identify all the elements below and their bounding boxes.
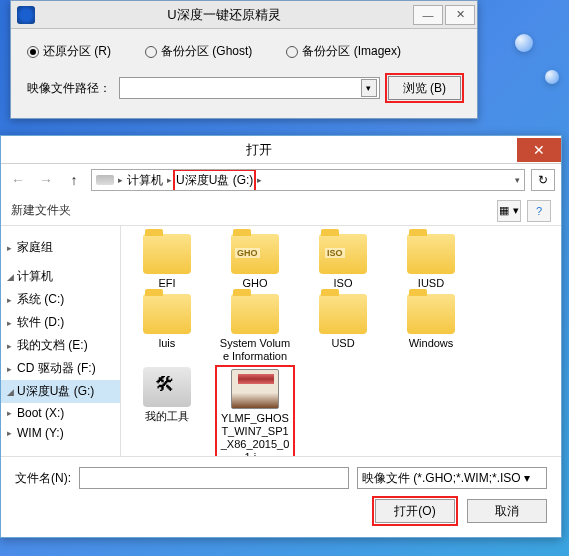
tree-item[interactable]: ▸我的文档 (E:): [1, 334, 120, 357]
open-button[interactable]: 打开(O): [375, 499, 455, 523]
tree-item-label: 计算机: [17, 268, 53, 285]
tree-item[interactable]: ▸Boot (X:): [1, 403, 120, 423]
tree-item-label: 系统 (C:): [17, 291, 64, 308]
mode-radio-group: 还原分区 (R) 备份分区 (Ghost) 备份分区 (Imagex): [27, 43, 461, 60]
file-item[interactable]: Windows: [393, 294, 469, 363]
back-button[interactable]: ←: [7, 169, 29, 191]
chevron-down-icon: ▾: [361, 79, 377, 97]
expand-icon: ▸: [7, 295, 15, 305]
file-item[interactable]: GHO: [217, 234, 293, 290]
forward-button[interactable]: →: [35, 169, 57, 191]
expand-icon: ▸: [7, 408, 15, 418]
tree-item-label: U深度U盘 (G:): [17, 383, 94, 400]
folder-icon: [231, 294, 279, 334]
rar-icon: [231, 369, 279, 409]
filetype-value: 映像文件 (*.GHO;*.WIM;*.ISO ▾: [362, 470, 530, 487]
toolbar: 新建文件夹 ▦ ▾ ?: [1, 196, 561, 226]
file-item[interactable]: 我的工具: [129, 367, 205, 456]
expand-icon: ▸: [7, 341, 15, 351]
file-item[interactable]: luis: [129, 294, 205, 363]
tree-item[interactable]: ▸WIM (Y:): [1, 423, 120, 443]
filetype-combobox[interactable]: 映像文件 (*.GHO;*.WIM;*.ISO ▾: [357, 467, 547, 489]
tree-item-label: 软件 (D:): [17, 314, 64, 331]
file-item[interactable]: YLMF_GHOST_WIN7_SP1_X86_2015_01.i...: [217, 367, 293, 456]
file-label: 我的工具: [145, 410, 189, 423]
close-button[interactable]: ✕: [517, 138, 561, 162]
dialog-title: 打开: [1, 141, 517, 159]
refresh-button[interactable]: ↻: [531, 169, 555, 191]
breadcrumb-segment[interactable]: 计算机: [127, 172, 163, 189]
tree-item[interactable]: ◢U深度U盘 (G:): [1, 380, 120, 403]
file-label: System Volume Information: [217, 337, 293, 363]
chevron-down-icon[interactable]: ▾: [515, 175, 520, 185]
chevron-right-icon: ▸: [118, 175, 123, 185]
folder-icon: [143, 294, 191, 334]
tree-item[interactable]: ▸软件 (D:): [1, 311, 120, 334]
expand-icon: ▸: [7, 364, 15, 374]
image-path-combobox[interactable]: ▾: [119, 77, 380, 99]
open-dialog: 打开 ✕ ← → ↑ ▸ 计算机 ▸ U深度U盘 (G:) ▸ ▾ ↻ 新建文件…: [0, 135, 562, 538]
file-item[interactable]: IUSD: [393, 234, 469, 290]
tree-item-label: CD 驱动器 (F:): [17, 360, 96, 377]
tree-item[interactable]: ▸CD 驱动器 (F:): [1, 357, 120, 380]
titlebar: U深度一键还原精灵 — ✕: [11, 1, 477, 29]
expand-icon: ▸: [7, 318, 15, 328]
help-button[interactable]: ?: [527, 200, 551, 222]
image-path-label: 映像文件路径：: [27, 80, 111, 97]
new-folder-button[interactable]: 新建文件夹: [11, 202, 71, 219]
address-bar[interactable]: ▸ 计算机 ▸ U深度U盘 (G:) ▸ ▾: [91, 169, 525, 191]
address-bar-row: ← → ↑ ▸ 计算机 ▸ U深度U盘 (G:) ▸ ▾ ↻: [1, 164, 561, 196]
tree-item-label: Boot (X:): [17, 406, 64, 420]
file-list: EFIGHOISOIUSDluisSystem Volume Informati…: [121, 226, 561, 456]
tree-item[interactable]: ▸家庭组: [1, 236, 120, 259]
file-label: luis: [159, 337, 176, 350]
file-label: USD: [331, 337, 354, 350]
minimize-button[interactable]: —: [413, 5, 443, 25]
radio-restore[interactable]: 还原分区 (R): [27, 43, 111, 60]
file-item[interactable]: ISO: [305, 234, 381, 290]
folder-icon: [319, 294, 367, 334]
chevron-right-icon: ▸: [257, 175, 262, 185]
view-button[interactable]: ▦ ▾: [497, 200, 521, 222]
filename-input[interactable]: [79, 467, 349, 489]
folder-iso-icon: [319, 234, 367, 274]
expand-icon: ◢: [7, 272, 15, 282]
folder-icon: [143, 234, 191, 274]
tree-item[interactable]: ◢计算机: [1, 265, 120, 288]
breadcrumb-segment[interactable]: U深度U盘 (G:): [176, 172, 253, 189]
tools-icon: [143, 367, 191, 407]
restore-wizard-window: U深度一键还原精灵 — ✕ 还原分区 (R) 备份分区 (Ghost) 备份分区…: [10, 0, 478, 119]
tree-item-label: WIM (Y:): [17, 426, 64, 440]
up-button[interactable]: ↑: [63, 169, 85, 191]
cancel-button[interactable]: 取消: [467, 499, 547, 523]
file-item[interactable]: EFI: [129, 234, 205, 290]
folder-tree: ▸家庭组◢计算机▸系统 (C:)▸软件 (D:)▸我的文档 (E:)▸CD 驱动…: [1, 226, 121, 456]
tree-item-label: 我的文档 (E:): [17, 337, 88, 354]
folder-gho-icon: [231, 234, 279, 274]
folder-icon: [407, 234, 455, 274]
file-label: YLMF_GHOST_WIN7_SP1_X86_2015_01.i...: [219, 412, 291, 456]
expand-icon: ▸: [7, 428, 15, 438]
decor-bubble: [545, 70, 559, 84]
window-title: U深度一键还原精灵: [35, 6, 413, 24]
decor-bubble: [515, 34, 533, 52]
radio-label: 备份分区 (Ghost): [161, 43, 252, 60]
radio-label: 备份分区 (Imagex): [302, 43, 401, 60]
app-icon: [17, 6, 35, 24]
dialog-titlebar: 打开 ✕: [1, 136, 561, 164]
folder-icon: [407, 294, 455, 334]
radio-backup-imagex[interactable]: 备份分区 (Imagex): [286, 43, 401, 60]
close-button[interactable]: ✕: [445, 5, 475, 25]
expand-icon: ◢: [7, 387, 15, 397]
chevron-right-icon: ▸: [167, 175, 172, 185]
file-item[interactable]: System Volume Information: [217, 294, 293, 363]
file-label: Windows: [409, 337, 454, 350]
expand-icon: ▸: [7, 243, 15, 253]
tree-item[interactable]: ▸系统 (C:): [1, 288, 120, 311]
filename-label: 文件名(N):: [15, 470, 71, 487]
drive-icon: [96, 175, 114, 185]
browse-button[interactable]: 浏览 (B): [388, 76, 461, 100]
radio-backup-ghost[interactable]: 备份分区 (Ghost): [145, 43, 252, 60]
tree-item-label: 家庭组: [17, 239, 53, 256]
file-item[interactable]: USD: [305, 294, 381, 363]
